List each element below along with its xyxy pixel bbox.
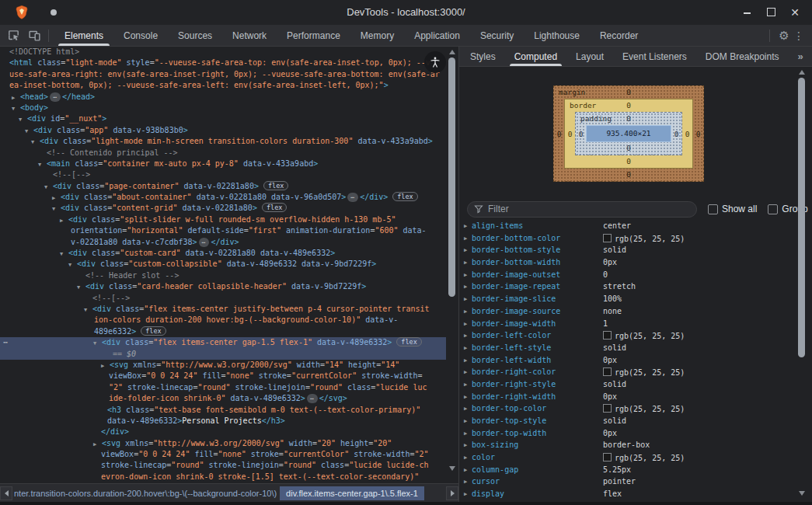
color-swatch[interactable] [603, 404, 612, 413]
tab-recorder[interactable]: Recorder [600, 25, 638, 46]
sidebar-tab-computed[interactable]: Computed [514, 47, 557, 66]
property-expand-arrow-icon[interactable]: ▶ [464, 321, 467, 327]
computed-property-row[interactable]: ▶colorrgb(25, 25, 25) [459, 453, 803, 465]
expand-arrow-closed-icon[interactable]: ▶ [60, 215, 63, 226]
show-all-checkbox[interactable] [708, 204, 718, 214]
dom-tree-line[interactable]: </div> [0, 427, 446, 437]
computed-property-row[interactable]: ▶border-left-stylesolid [459, 343, 803, 356]
property-expand-arrow-icon[interactable]: ▶ [464, 381, 467, 388]
scroll-up-arrow[interactable] [449, 50, 455, 54]
computed-property-row[interactable]: ▶cursorpointer [459, 477, 803, 489]
breadcrumb-left-arrow[interactable] [0, 486, 12, 500]
dom-tree-line[interactable]: "2" stroke-linecap="round" stroke-linejo… [0, 382, 446, 393]
flex-badge[interactable]: flex [262, 203, 287, 212]
dom-tree-line[interactable]: ▼<div class="app" data-v-938b83b0> [0, 125, 446, 136]
property-expand-arrow-icon[interactable]: ▶ [464, 296, 467, 302]
computed-property-row[interactable]: ▶border-image-width1 [459, 319, 803, 332]
tab-sources[interactable]: Sources [178, 25, 212, 46]
group-checkbox[interactable] [768, 204, 778, 214]
expand-arrow-closed-icon[interactable]: ▶ [12, 92, 15, 103]
minimize-button[interactable] [740, 5, 754, 19]
selected-node-dots-icon[interactable]: ⋯ [3, 337, 9, 348]
tab-application[interactable]: Application [414, 25, 460, 46]
filter-input[interactable]: Filter [467, 201, 697, 218]
expand-arrow-open-icon[interactable]: ▼ [25, 126, 28, 137]
tab-elements[interactable]: Elements [64, 25, 103, 46]
dom-tree-line[interactable]: use-safe-area-right: env(safe-area-inset… [0, 69, 446, 80]
property-expand-arrow-icon[interactable]: ▶ [464, 345, 467, 351]
dom-tree-line[interactable]: ▼<div class="flex items-center justify-b… [0, 304, 446, 315]
property-expand-arrow-icon[interactable]: ▶ [464, 357, 467, 364]
sidebar-tab-event-listeners[interactable]: Event Listeners [622, 47, 687, 66]
dom-tree-line[interactable]: <!--[--> [0, 169, 446, 180]
inline-expand-icon[interactable]: … [307, 394, 318, 403]
expand-arrow-open-icon[interactable]: ▼ [44, 182, 47, 193]
computed-property-row[interactable]: ▶border-top-stylesolid [459, 416, 803, 429]
computed-property-row[interactable]: ▶border-image-repeatstretch [459, 282, 803, 294]
property-expand-arrow-icon[interactable]: ▶ [464, 247, 467, 253]
scroll-down-arrow[interactable] [449, 466, 455, 471]
dom-tree-line[interactable]: v-02281a80 data-v-c7cdbf38>…</div> [0, 237, 446, 248]
tab-memory[interactable]: Memory [361, 25, 394, 46]
dom-tree-line-selected[interactable]: == $0 [0, 349, 446, 360]
expand-arrow-closed-icon[interactable]: ▶ [101, 360, 104, 371]
expand-arrow-open-icon[interactable]: ▼ [60, 249, 63, 259]
color-swatch[interactable] [603, 331, 612, 340]
sidebar-scrollbar-thumb[interactable] [798, 78, 805, 357]
tab-performance[interactable]: Performance [287, 25, 340, 46]
sidebar-tab-styles[interactable]: Styles [470, 47, 496, 66]
property-expand-arrow-icon[interactable]: ▶ [464, 235, 467, 242]
inline-expand-icon[interactable]: … [347, 193, 358, 202]
computed-property-row[interactable]: ▶border-left-colorrgb(25, 25, 25) [459, 331, 803, 343]
computed-property-row[interactable]: ▶border-image-sourcenone [459, 307, 803, 319]
flex-badge[interactable]: flex [392, 192, 417, 201]
property-expand-arrow-icon[interactable]: ▶ [464, 394, 467, 400]
dom-tree-line[interactable]: evron-down-icon shrink-0 stroke-[1.5] te… [0, 472, 446, 482]
property-expand-arrow-icon[interactable]: ▶ [464, 418, 467, 424]
more-tabs-chevron-icon[interactable]: » [798, 50, 803, 62]
expand-arrow-open-icon[interactable]: ▼ [31, 137, 34, 148]
dom-tree-line[interactable]: <!-- Contenido principal --> [0, 148, 446, 158]
expand-arrow-open-icon[interactable]: ▼ [77, 282, 80, 293]
sidebar-tab-dom-breakpoints[interactable]: DOM Breakpoints [706, 47, 779, 66]
computed-property-row[interactable]: ▶border-right-width0px [459, 392, 803, 405]
expand-arrow-open-icon[interactable]: ▼ [84, 305, 87, 315]
maximize-button[interactable] [764, 5, 778, 19]
close-button[interactable]: ✕ [788, 5, 802, 19]
dom-tree-line[interactable]: ▼<div class="content-grid" data-v-02281a… [0, 203, 446, 214]
expand-arrow-open-icon[interactable]: ▼ [52, 204, 55, 214]
device-toolbar-icon[interactable] [26, 28, 42, 44]
dom-tree-line[interactable]: stroke-linecap="round" stroke-linejoin="… [0, 460, 446, 471]
computed-property-row[interactable]: ▶border-image-slice100% [459, 294, 803, 307]
color-swatch[interactable] [603, 453, 612, 461]
dom-tree-line[interactable]: <html class="light-mode" style="--vueuse… [0, 57, 446, 68]
computed-property-row[interactable]: ▶border-image-outset0 [459, 270, 803, 283]
tab-lighthouse[interactable]: Lighthouse [534, 25, 580, 46]
more-options-kebab-icon[interactable]: ⋮ [792, 30, 806, 42]
dom-tree-line[interactable]: ▶<svg xmlns="http://www.w3.org/2000/svg"… [0, 438, 446, 449]
inspect-element-icon[interactable] [5, 28, 21, 44]
property-expand-arrow-icon[interactable]: ▶ [464, 406, 467, 412]
property-expand-arrow-icon[interactable]: ▶ [464, 223, 467, 229]
computed-property-row[interactable]: ▶border-bottom-colorrgb(25, 25, 25) [459, 234, 803, 246]
sidebar-tab-layout[interactable]: Layout [576, 47, 604, 66]
flex-badge[interactable]: flex [396, 337, 421, 347]
dom-tree-line[interactable]: ▼<main class="container mx-auto px-4 py-… [0, 158, 446, 169]
computed-property-row[interactable]: ▶displayflex [459, 489, 803, 502]
dom-tree-line[interactable]: ▼<div id="__nuxt"> [0, 113, 446, 124]
property-expand-arrow-icon[interactable]: ▶ [464, 272, 467, 278]
accessibility-person-icon[interactable] [424, 51, 446, 73]
settings-gear-icon[interactable]: ⚙ [776, 29, 792, 43]
dom-tree-line[interactable]: ▼<div class="custom-collapsible" data-v-… [0, 259, 446, 270]
dom-tree-line[interactable]: ▼<body> [0, 103, 446, 113]
property-expand-arrow-icon[interactable]: ▶ [464, 308, 467, 315]
property-expand-arrow-icon[interactable]: ▶ [464, 467, 467, 473]
dom-tree-line[interactable]: <!-- Header slot --> [0, 270, 446, 281]
tab-network[interactable]: Network [232, 25, 267, 46]
dom-tree-line[interactable]: ▼<div class="card-header collapsible-hea… [0, 281, 446, 292]
breadcrumb-item-parent[interactable]: nter.transition-colors.duration-200.hove… [14, 489, 277, 498]
sidebar-scroll-down-arrow[interactable] [799, 491, 805, 496]
property-expand-arrow-icon[interactable]: ▶ [464, 333, 467, 339]
dom-tree-line[interactable]: ▶<svg xmlns="http://www.w3.org/2000/svg"… [0, 360, 446, 371]
dom-tree-line[interactable]: ▶<head>…</head> [0, 92, 446, 103]
